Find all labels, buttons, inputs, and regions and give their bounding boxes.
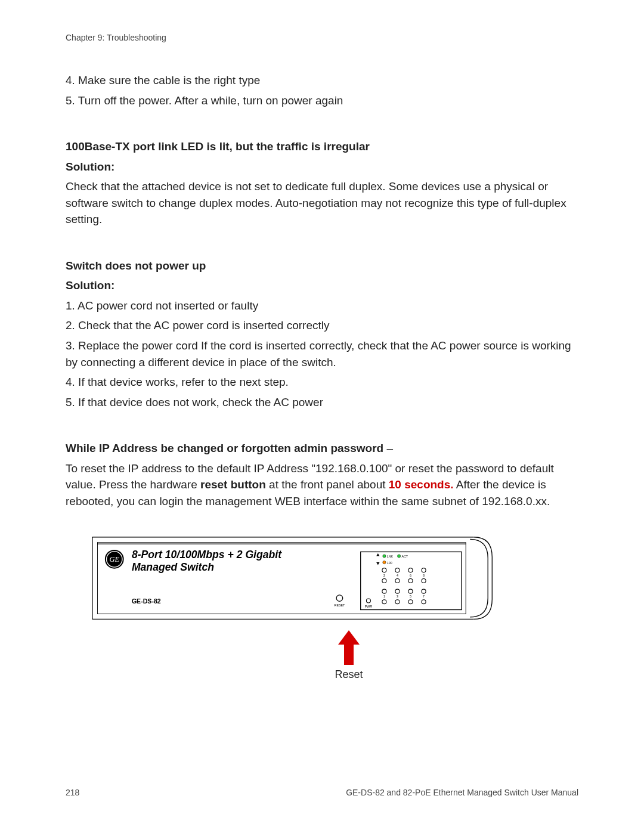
svg-point-20 xyxy=(408,590,413,594)
svg-point-12 xyxy=(408,568,413,572)
section1-title: 100Base-TX port link LED is lit, but the… xyxy=(66,138,578,155)
svg-point-18 xyxy=(382,590,386,594)
section3-text: To reset the IP address to the default I… xyxy=(66,460,578,510)
svg-point-19 xyxy=(395,590,400,594)
section2-step-1: 1. AC power cord not inserted or faulty xyxy=(66,298,578,314)
svg-point-15 xyxy=(395,579,400,583)
svg-point-24 xyxy=(408,600,413,604)
section1-solution-label: Solution: xyxy=(66,159,578,175)
svg-rect-1 xyxy=(98,544,466,545)
port-led-7: 7 xyxy=(423,595,425,599)
svg-point-17 xyxy=(422,579,426,583)
svg-point-14 xyxy=(382,579,386,583)
svg-rect-6 xyxy=(361,552,462,610)
page-number: 218 xyxy=(66,788,79,797)
speed-100-label: 100 xyxy=(387,561,392,565)
doc-title: GE-DS-82 and 82-PoE Ethernet Managed Swi… xyxy=(346,788,578,797)
intro-step-4: 4. Make sure the cable is the right type xyxy=(66,72,578,89)
port-led-5: 5 xyxy=(410,595,411,599)
section1-text: Check that the attached device is not se… xyxy=(66,178,578,228)
section-power: Switch does not power up Solution: 1. AC… xyxy=(66,258,578,410)
chapter-header: Chapter 9: Troubleshooting xyxy=(66,33,578,42)
svg-point-22 xyxy=(382,600,386,604)
svg-point-5 xyxy=(336,595,343,602)
section3-red-text: 10 seconds. xyxy=(389,478,454,491)
svg-point-9 xyxy=(383,561,386,564)
svg-point-23 xyxy=(395,600,400,604)
reset-arrow: Reset xyxy=(334,630,364,681)
lnk-label: LNK xyxy=(387,555,394,559)
port-led-2: 2 xyxy=(383,574,385,577)
svg-text:GE: GE xyxy=(110,556,120,564)
svg-point-10 xyxy=(382,568,386,572)
arrow-up-icon xyxy=(337,630,361,666)
page-footer: 218 GE-DS-82 and 82-PoE Ethernet Managed… xyxy=(66,788,578,797)
section-100base: 100Base-TX port link LED is lit, but the… xyxy=(66,138,578,228)
section-ip-reset: While IP Address be changed or forgotten… xyxy=(66,440,578,509)
svg-point-16 xyxy=(408,579,413,583)
section3-bold-reset: reset button xyxy=(200,478,266,491)
svg-point-7 xyxy=(383,555,386,558)
device-title-line2: Managed Switch xyxy=(132,562,214,574)
act-label: ACT xyxy=(402,555,408,559)
svg-point-13 xyxy=(422,568,426,572)
device-front-panel: GE 8-Port 10/100Mbps + 2 Gigabit Managed… xyxy=(66,536,519,625)
port-led-8: 8 xyxy=(423,574,425,577)
reset-hole-label: RESET xyxy=(335,604,345,608)
section3-text-part2: at the front panel about xyxy=(266,478,389,491)
pwr-label: PWR xyxy=(365,605,373,608)
intro-step-5: 5. Turn off the power. After a while, tu… xyxy=(66,92,578,109)
port-led-3: 3 xyxy=(397,595,398,599)
port-led-1: 1 xyxy=(383,595,385,599)
section3-title-prefix: While IP Address be changed or forgotten… xyxy=(66,442,383,454)
section2-step-2: 2. Check that the AC power cord is inser… xyxy=(66,317,578,334)
section2-solution-label: Solution: xyxy=(66,277,578,294)
svg-point-25 xyxy=(422,600,426,604)
svg-point-26 xyxy=(366,599,370,603)
page: Chapter 9: Troubleshooting 4. Make sure … xyxy=(0,0,644,833)
port-led-6: 6 xyxy=(410,574,411,577)
section3-title: While IP Address be changed or forgotten… xyxy=(66,440,578,457)
section2-step-3: 3. Replace the power cord If the cord is… xyxy=(66,337,578,370)
section2-title: Switch does not power up xyxy=(66,258,578,274)
device-figure: GE 8-Port 10/100Mbps + 2 Gigabit Managed… xyxy=(66,536,578,691)
svg-point-8 xyxy=(397,555,400,558)
svg-point-21 xyxy=(422,590,426,594)
reset-arrow-label: Reset xyxy=(334,668,364,681)
section2-step-4: 4. If that device works, refer to the ne… xyxy=(66,374,578,391)
svg-marker-27 xyxy=(338,630,360,665)
device-title-line1: 8-Port 10/100Mbps + 2 Gigabit xyxy=(132,549,282,561)
body-text: 4. Make sure the cable is the right type… xyxy=(66,72,578,691)
port-led-4: 4 xyxy=(397,574,398,577)
device-model: GE-DS-82 xyxy=(132,597,161,605)
section2-step-5: 5. If that device does not work, check t… xyxy=(66,394,578,411)
section3-title-suffix: – xyxy=(383,442,393,454)
svg-point-11 xyxy=(395,568,400,572)
